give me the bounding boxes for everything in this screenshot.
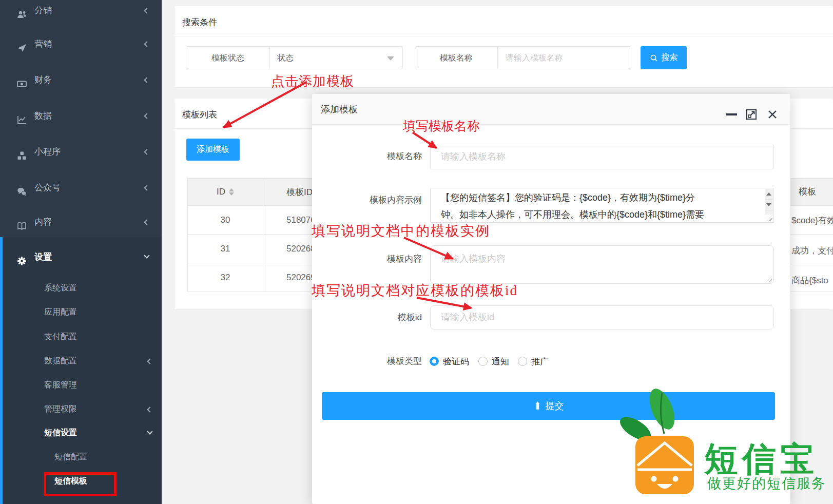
- search-button[interactable]: 搜索: [641, 46, 687, 69]
- dialog-header[interactable]: 添加模板: [312, 94, 790, 125]
- sidebar-item-distribution[interactable]: 分销: [0, 0, 162, 22]
- template-content-label: 模板内容: [312, 254, 422, 264]
- chevron-left-icon: [144, 77, 149, 83]
- sidebar-item-data-config[interactable]: 数据配置: [0, 351, 162, 371]
- sidebar-item-settings[interactable]: 设置: [0, 246, 162, 268]
- sidebar-item-data[interactable]: 数据: [0, 105, 162, 127]
- sidebar-scrollbar[interactable]: [0, 237, 3, 504]
- chevron-left-icon: [147, 358, 152, 364]
- radio-label[interactable]: 验证码: [443, 356, 469, 367]
- radio-promotion[interactable]: [518, 357, 527, 366]
- sidebar-item-label: 财务: [34, 69, 52, 91]
- radio-label[interactable]: 推广: [531, 356, 549, 367]
- table-header-id[interactable]: ID: [188, 179, 263, 205]
- chevron-down-icon: [144, 253, 149, 258]
- table-cell-fragment: 商品{$sto: [791, 275, 828, 286]
- resize-handle[interactable]: [766, 215, 772, 221]
- table-cell-fragment: $code}有效: [791, 215, 833, 226]
- template-name-search-input[interactable]: [498, 46, 631, 69]
- template-example-label: 模板内容示例: [312, 195, 422, 205]
- annotation-highlight-box: [44, 472, 117, 496]
- close-icon[interactable]: [767, 109, 778, 122]
- template-example-text: 【您的短信签名】您的验证码是：{$code}，有效期为{$time}分 钟。如非…: [441, 189, 762, 221]
- annotation-click-add-template: 点击添加模板: [271, 72, 354, 90]
- scroll-down-icon[interactable]: [765, 200, 773, 210]
- chevron-left-icon: [144, 8, 149, 13]
- status-field-label: 模板状态: [186, 46, 270, 69]
- sidebar-item-sms-settings[interactable]: 短信设置: [0, 422, 162, 443]
- sidebar-item-miniprogram[interactable]: 小程序: [0, 141, 162, 163]
- add-template-button[interactable]: 添加模板: [186, 139, 240, 161]
- chevron-left-icon: [144, 41, 149, 47]
- sort-icon[interactable]: [229, 188, 234, 196]
- radio-notification[interactable]: [478, 357, 488, 366]
- status-select[interactable]: 状态: [270, 46, 403, 69]
- money-icon: [17, 75, 27, 85]
- chevron-left-icon: [144, 149, 149, 154]
- maximize-icon[interactable]: [746, 109, 757, 122]
- annotation-fill-template-id: 填写说明文档对应模板的模板id: [312, 281, 518, 300]
- chevron-down-icon: [387, 56, 394, 61]
- pen-icon: [533, 401, 542, 411]
- book-icon: [17, 218, 27, 227]
- template-example-box[interactable]: 【您的短信签名】您的验证码是：{$code}，有效期为{$time}分 钟。如非…: [430, 188, 774, 223]
- sidebar-item-pay-config[interactable]: 支付配置: [0, 326, 162, 347]
- table-header-fragment: 模板: [799, 186, 816, 198]
- sidebar-item-system-settings[interactable]: 系统设置: [0, 278, 162, 298]
- users-icon: [17, 6, 27, 16]
- sidebar-item-label: 分销: [34, 0, 52, 22]
- sidebar: 分销 营销 财务 数据 小程序 公众号 内容 设置 系统设置 应用配置 支付配置…: [0, 0, 162, 504]
- chevron-left-icon: [144, 185, 149, 190]
- wechat-icon: [17, 183, 27, 193]
- sidebar-item-label: 数据: [34, 105, 52, 127]
- search-panel-title: 搜索条件: [182, 16, 217, 28]
- submit-button[interactable]: 提交: [322, 392, 775, 420]
- sidebar-item-label: 内容: [34, 211, 52, 233]
- sidebar-item-sms-config[interactable]: 短信配置: [0, 447, 162, 467]
- gear-icon: [17, 253, 27, 262]
- sidebar-item-content[interactable]: 内容: [0, 211, 162, 233]
- sidebar-item-admin-permissions[interactable]: 管理权限: [0, 399, 162, 419]
- scrollbar[interactable]: [765, 189, 773, 215]
- name-field-label: 模板名称: [415, 46, 498, 69]
- template-name-input[interactable]: [430, 144, 774, 169]
- scroll-up-icon[interactable]: [765, 189, 773, 200]
- template-name-label: 模板名称: [312, 144, 422, 169]
- annotation-fill-template-name: 填写模板名称: [403, 118, 480, 134]
- sidebar-item-label: 设置: [34, 246, 52, 268]
- brand-slogan: 做更好的短信服务: [707, 474, 826, 493]
- sidebar-item-label: 公众号: [34, 177, 61, 199]
- dialog-title: 添加模板: [321, 94, 358, 125]
- cubes-icon: [17, 147, 27, 157]
- line-chart-icon: [17, 111, 27, 121]
- search-icon: [650, 54, 658, 62]
- chevron-left-icon: [144, 113, 149, 119]
- template-id-input[interactable]: [430, 305, 774, 329]
- sidebar-item-official-account[interactable]: 公众号: [0, 177, 162, 199]
- table-cell-fragment: 成功，支付: [791, 245, 833, 257]
- radio-verification-code[interactable]: [430, 357, 439, 366]
- sidebar-item-marketing[interactable]: 营销: [0, 33, 162, 55]
- sidebar-item-label: 营销: [34, 33, 52, 55]
- paper-plane-icon: [17, 40, 27, 49]
- chevron-left-icon: [144, 219, 149, 225]
- sidebar-item-customer-service[interactable]: 客服管理: [0, 375, 162, 395]
- chevron-left-icon: [147, 406, 152, 412]
- template-id-label: 模板id: [312, 305, 422, 329]
- template-type-label: 模板类型: [312, 356, 422, 367]
- sidebar-item-label: 小程序: [34, 141, 61, 163]
- sidebar-item-app-config[interactable]: 应用配置: [0, 302, 162, 322]
- minimize-icon[interactable]: [726, 113, 737, 115]
- divider: [175, 36, 833, 36]
- template-content-input[interactable]: [430, 245, 774, 284]
- sidebar-item-finance[interactable]: 财务: [0, 69, 162, 91]
- template-list-title: 模板列表: [182, 109, 217, 121]
- annotation-fill-template-example: 填写说明文档中的模板实例: [312, 222, 490, 240]
- radio-label[interactable]: 通知: [492, 356, 509, 367]
- chevron-down-icon: [147, 429, 152, 434]
